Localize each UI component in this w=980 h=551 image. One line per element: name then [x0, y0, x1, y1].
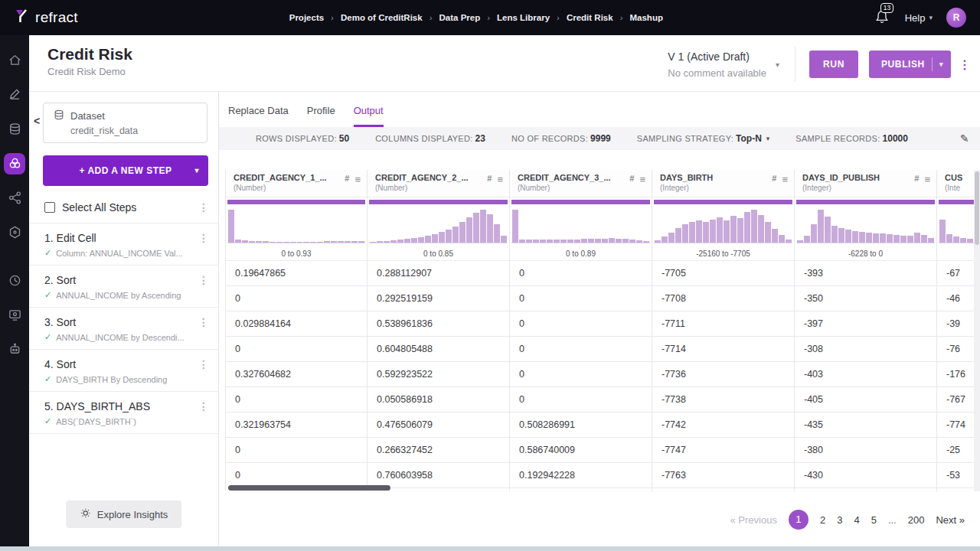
- step-item-5[interactable]: 5. DAYS_BIRTH_ABS⋮✓ABS(`DAYS_BIRTH`): [29, 392, 218, 434]
- rail-item-history[interactable]: [0, 263, 29, 298]
- table-cell[interactable]: 0: [510, 362, 652, 387]
- table-cell[interactable]: 0: [226, 337, 367, 362]
- rail-item-hexagon[interactable]: [0, 215, 29, 249]
- tab-output[interactable]: Output: [354, 105, 384, 127]
- column-menu-icon[interactable]: ≡: [924, 174, 930, 185]
- table-cell[interactable]: -7736: [652, 362, 794, 387]
- avatar[interactable]: R: [946, 8, 966, 28]
- table-cell[interactable]: 0.586740009: [510, 438, 652, 463]
- select-all-checkbox[interactable]: [44, 202, 55, 213]
- help-menu[interactable]: Help ▾: [905, 12, 933, 24]
- select-all-kebab-menu[interactable]: ⋮: [198, 201, 209, 214]
- step-item-3[interactable]: 3. Sort⋮✓ANNUAL_INCOME by Descendi...: [29, 308, 218, 350]
- table-cell[interactable]: -7742: [652, 412, 794, 438]
- chevron-down-icon[interactable]: ▾: [766, 135, 770, 142]
- step-item-2[interactable]: 2. Sort⋮✓ANNUAL_INCOME by Ascending: [29, 266, 218, 308]
- column-header[interactable]: CREDIT_AGENCY_1_...(Number)#≡: [226, 170, 367, 197]
- breadcrumb-item[interactable]: Data Prep: [439, 13, 481, 22]
- table-cell[interactable]: 0.19647865: [226, 261, 367, 286]
- column-header[interactable]: CREDIT_AGENCY_3_...(Number)#≡: [510, 170, 652, 197]
- table-cell[interactable]: 0.321963754: [226, 412, 367, 438]
- step-kebab-menu[interactable]: ⋮: [198, 274, 209, 286]
- version-dropdown-icon[interactable]: ▾: [776, 60, 779, 69]
- table-cell[interactable]: -403: [795, 362, 936, 387]
- table-cell[interactable]: 0: [510, 286, 652, 311]
- table-cell[interactable]: 0.538961836: [368, 311, 509, 337]
- notifications-button[interactable]: 13: [874, 9, 891, 26]
- table-cell[interactable]: 0.288112907: [368, 261, 509, 286]
- pagination-previous[interactable]: « Previous: [730, 514, 777, 526]
- table-cell[interactable]: -7714: [652, 337, 794, 362]
- horizontal-scrollbar[interactable]: [228, 485, 390, 491]
- table-cell[interactable]: 0.760603958: [368, 463, 509, 488]
- table-cell[interactable]: -405: [795, 387, 936, 412]
- header-kebab-menu[interactable]: ⋮: [959, 57, 971, 72]
- table-cell[interactable]: 0.327604682: [226, 362, 367, 387]
- step-kebab-menu[interactable]: ⋮: [198, 400, 209, 412]
- table-cell[interactable]: 0: [226, 438, 367, 463]
- step-kebab-menu[interactable]: ⋮: [198, 358, 209, 370]
- column-header[interactable]: CREDIT_AGENCY_2_...(Number)#≡: [368, 170, 509, 197]
- edit-sample-icon[interactable]: ✎: [960, 132, 969, 145]
- table-cell[interactable]: 0.050586918: [368, 387, 509, 412]
- table-cell[interactable]: -393: [795, 261, 936, 286]
- publish-button[interactable]: PUBLISH ▾: [869, 51, 951, 78]
- table-cell[interactable]: 0.592923522: [368, 362, 509, 387]
- table-cell[interactable]: -7711: [652, 311, 794, 337]
- column-menu-icon[interactable]: ≡: [639, 174, 645, 185]
- table-cell[interactable]: 0.508286991: [510, 412, 652, 438]
- collapse-sidebar-button[interactable]: <: [34, 115, 40, 127]
- tab-profile[interactable]: Profile: [307, 105, 335, 127]
- table-cell[interactable]: -7705: [652, 261, 794, 286]
- table-cell[interactable]: 0: [510, 261, 652, 286]
- table-cell[interactable]: -430: [795, 463, 936, 488]
- vertical-scrollbar[interactable]: [974, 170, 980, 491]
- table-cell[interactable]: 0: [226, 387, 367, 412]
- rail-item-edit[interactable]: [0, 77, 29, 112]
- breadcrumb-item[interactable]: Credit Risk: [567, 13, 613, 22]
- pagination-page-200[interactable]: 200: [908, 514, 925, 526]
- breadcrumb-item[interactable]: Lens Library: [497, 13, 550, 22]
- tab-replace-data[interactable]: Replace Data: [228, 105, 289, 127]
- brand[interactable]: refract: [14, 8, 78, 27]
- table-cell[interactable]: 0: [510, 387, 652, 412]
- table-cell[interactable]: 0: [510, 311, 652, 337]
- table-cell[interactable]: -350: [795, 286, 936, 311]
- table-cell[interactable]: 0.476506079: [368, 412, 509, 438]
- scrollbar-thumb[interactable]: [975, 171, 979, 245]
- table-cell[interactable]: -7763: [652, 463, 794, 488]
- add-new-step-button[interactable]: + ADD A NEW STEP ▾: [43, 155, 208, 186]
- table-cell[interactable]: 0: [510, 337, 652, 362]
- step-item-4[interactable]: 4. Sort⋮✓DAYS_BIRTH By Descending: [29, 350, 218, 392]
- table-cell[interactable]: -435: [795, 412, 936, 438]
- step-kebab-menu[interactable]: ⋮: [198, 316, 209, 328]
- table-cell[interactable]: 0.029884164: [226, 311, 367, 337]
- pagination-next[interactable]: Next »: [936, 514, 965, 526]
- table-cell[interactable]: -397: [795, 311, 936, 337]
- rail-item-mashup[interactable]: [0, 146, 29, 181]
- pagination-page-2[interactable]: 2: [820, 514, 825, 526]
- table-cell[interactable]: -7738: [652, 387, 794, 412]
- rail-item-home[interactable]: [0, 43, 29, 77]
- rail-item-database[interactable]: [0, 112, 29, 146]
- breadcrumb-item[interactable]: Demo of CreditRisk: [341, 13, 423, 22]
- table-cell[interactable]: 0.266327452: [368, 438, 509, 463]
- rail-item-monitor[interactable]: [0, 298, 29, 332]
- table-cell[interactable]: -7747: [652, 438, 794, 463]
- table-cell[interactable]: 0: [226, 286, 367, 311]
- pagination-page-3[interactable]: 3: [837, 514, 842, 526]
- table-cell[interactable]: 0.604805488: [368, 337, 509, 362]
- step-kebab-menu[interactable]: ⋮: [198, 232, 209, 244]
- step-item-1[interactable]: 1. Edit Cell⋮✓Column: ANNUAL_INCOME Val.…: [29, 223, 218, 266]
- explore-insights-button[interactable]: Explore Insights: [66, 500, 182, 528]
- pagination-page-4[interactable]: 4: [854, 514, 859, 526]
- column-menu-icon[interactable]: ≡: [354, 174, 361, 185]
- table-cell[interactable]: -308: [795, 337, 936, 362]
- pagination-page-1[interactable]: 1: [789, 510, 808, 530]
- rail-item-bot[interactable]: [0, 332, 29, 367]
- breadcrumb-item[interactable]: Mashup: [629, 13, 662, 22]
- run-button[interactable]: RUN: [809, 51, 858, 78]
- column-header[interactable]: DAYS_BIRTH(Integer)#≡: [652, 170, 794, 197]
- rail-item-share[interactable]: [0, 181, 29, 215]
- column-menu-icon[interactable]: ≡: [782, 174, 788, 185]
